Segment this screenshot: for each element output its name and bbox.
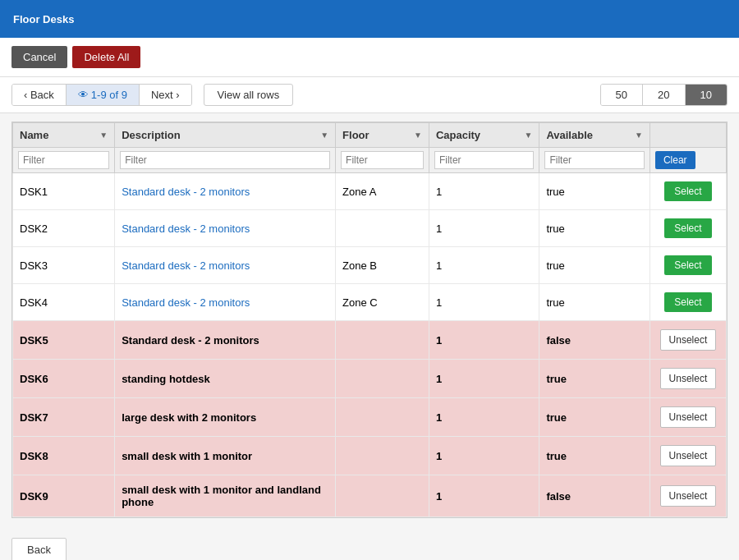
- cell-capacity: 1: [429, 398, 539, 437]
- unselect-button[interactable]: Unselect: [660, 406, 717, 428]
- cell-description: Standard desk - 2 monitors: [115, 210, 336, 247]
- cell-floor: [336, 360, 429, 398]
- cell-name: DSK3: [13, 247, 115, 284]
- pagination-group: ‹ Back 👁1-9 of 9 Next ›: [11, 84, 192, 106]
- col-capacity: Capacity ▼: [429, 123, 539, 148]
- capacity-sort-icon[interactable]: ▼: [524, 131, 532, 140]
- table-row: DSK8 small desk with 1 monitor 1 true Un…: [13, 437, 727, 475]
- cell-description: small desk with 1 monitor and landland p…: [115, 475, 336, 517]
- page-title: Floor Desks: [13, 13, 74, 25]
- table-row: DSK3 Standard desk - 2 monitors Zone B 1…: [13, 247, 727, 284]
- cell-action: Unselect: [649, 437, 726, 475]
- table-row: DSK9 small desk with 1 monitor and landl…: [13, 475, 727, 517]
- col-available: Available ▼: [539, 123, 649, 148]
- delete-all-button[interactable]: Delete All: [72, 46, 140, 68]
- cell-available: true: [539, 173, 649, 210]
- select-button[interactable]: Select: [664, 292, 711, 312]
- unselect-button[interactable]: Unselect: [660, 445, 717, 466]
- cell-capacity: 1: [429, 437, 539, 475]
- cell-description: large desk with 2 monitors: [115, 398, 336, 437]
- eye-icon: 👁: [78, 89, 89, 101]
- col-action: [649, 123, 726, 148]
- toolbar: Cancel Delete All: [0, 38, 739, 77]
- select-button[interactable]: Select: [664, 255, 711, 275]
- cell-description: small desk with 1 monitor: [115, 437, 336, 475]
- filter-description-cell: [115, 148, 336, 173]
- name-sort-icon[interactable]: ▼: [99, 131, 108, 140]
- cell-floor: Zone C: [336, 284, 429, 321]
- cell-available: true: [539, 398, 649, 437]
- cell-name: DSK1: [13, 173, 115, 210]
- cell-capacity: 1: [429, 210, 539, 247]
- table-row: DSK7 large desk with 2 monitors 1 true U…: [13, 398, 727, 437]
- cell-name: DSK9: [13, 475, 115, 517]
- cell-available: true: [539, 210, 649, 247]
- page-size-20[interactable]: 20: [643, 85, 685, 105]
- cell-description: Standard desk - 2 monitors: [115, 321, 336, 360]
- cell-action: Select: [649, 173, 726, 210]
- cell-name: DSK5: [13, 321, 115, 360]
- cell-capacity: 1: [429, 284, 539, 321]
- page-size-group: 50 20 10: [600, 84, 728, 106]
- cell-floor: [336, 437, 429, 475]
- cell-available: true: [539, 360, 649, 398]
- cell-available: true: [539, 437, 649, 475]
- select-button[interactable]: Select: [664, 181, 711, 201]
- cell-name: DSK8: [13, 437, 115, 475]
- back-bottom-button[interactable]: Back: [11, 538, 67, 560]
- cell-action: Unselect: [649, 321, 726, 360]
- cell-action: Unselect: [649, 360, 726, 398]
- back-page-button[interactable]: ‹ Back: [12, 85, 67, 105]
- view-all-button[interactable]: View all rows: [204, 84, 294, 106]
- cell-name: DSK2: [13, 210, 115, 247]
- filter-available-cell: [539, 148, 649, 173]
- cell-name: DSK6: [13, 360, 115, 398]
- cell-action: Select: [649, 247, 726, 284]
- cell-floor: [336, 321, 429, 360]
- clear-filters-button[interactable]: Clear: [655, 151, 695, 169]
- filter-available-input[interactable]: [544, 151, 644, 169]
- table-row: DSK5 Standard desk - 2 monitors 1 false …: [13, 321, 727, 360]
- filter-capacity-input[interactable]: [434, 151, 534, 169]
- data-table: Name ▼ Description ▼ Floor ▼: [12, 122, 727, 517]
- table-row: DSK1 Standard desk - 2 monitors Zone A 1…: [13, 173, 727, 210]
- description-sort-icon[interactable]: ▼: [320, 131, 328, 140]
- cell-action: Select: [649, 284, 726, 321]
- cell-available: true: [539, 284, 649, 321]
- cell-action: Select: [649, 210, 726, 247]
- available-sort-icon[interactable]: ▼: [635, 131, 643, 140]
- cell-description: Standard desk - 2 monitors: [115, 247, 336, 284]
- unselect-button[interactable]: Unselect: [660, 485, 717, 507]
- cancel-button[interactable]: Cancel: [11, 46, 67, 68]
- cell-name: DSK4: [13, 284, 115, 321]
- filter-name-cell: [13, 148, 115, 173]
- col-name: Name ▼: [13, 123, 115, 148]
- filter-name-input[interactable]: [18, 151, 109, 169]
- unselect-button[interactable]: Unselect: [660, 329, 717, 351]
- cell-capacity: 1: [429, 173, 539, 210]
- table-row: DSK4 Standard desk - 2 monitors Zone C 1…: [13, 284, 727, 321]
- current-page-button[interactable]: 👁1-9 of 9: [67, 85, 140, 105]
- filter-description-input[interactable]: [120, 151, 330, 169]
- page-size-10[interactable]: 10: [686, 85, 727, 105]
- cell-available: true: [539, 247, 649, 284]
- column-headers-row: Name ▼ Description ▼ Floor ▼: [13, 123, 727, 148]
- next-page-button[interactable]: Next ›: [140, 85, 191, 105]
- cell-name: DSK7: [13, 398, 115, 437]
- cell-description: standing hotdesk: [115, 360, 336, 398]
- cell-available: false: [539, 475, 649, 517]
- page-size-50[interactable]: 50: [601, 85, 643, 105]
- floor-sort-icon[interactable]: ▼: [414, 131, 422, 140]
- cell-action: Unselect: [649, 475, 726, 517]
- filter-clear-cell: Clear: [649, 148, 726, 173]
- cell-capacity: 1: [429, 360, 539, 398]
- cell-capacity: 1: [429, 247, 539, 284]
- cell-capacity: 1: [429, 475, 539, 517]
- select-button[interactable]: Select: [664, 218, 711, 238]
- cell-floor: Zone B: [336, 247, 429, 284]
- filter-floor-input[interactable]: [341, 151, 424, 169]
- table-row: DSK6 standing hotdesk 1 true Unselect: [13, 360, 727, 398]
- unselect-button[interactable]: Unselect: [660, 368, 717, 389]
- cell-floor: [336, 210, 429, 247]
- cell-action: Unselect: [649, 398, 726, 437]
